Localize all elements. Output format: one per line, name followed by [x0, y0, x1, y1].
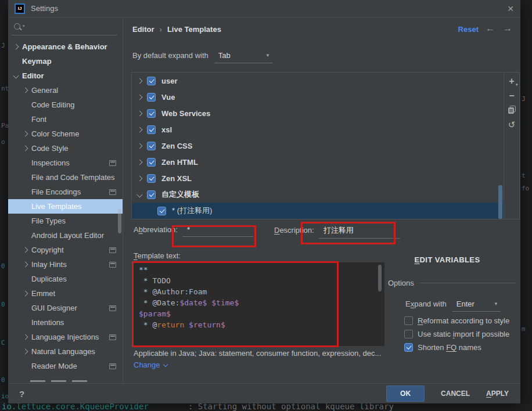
help-icon[interactable]: ? [19, 389, 24, 399]
change-link[interactable]: Change [134, 360, 171, 369]
sidebar-item-live-templates[interactable]: Live Templates [8, 199, 123, 214]
chevron-spacer [23, 204, 27, 208]
sidebar-item-android-layout-editor[interactable]: Android Layout Editor [8, 228, 123, 243]
editor-scrollbar[interactable] [378, 265, 382, 291]
checkbox-unchecked-icon[interactable] [404, 316, 413, 325]
default-expand-select[interactable]: Tab▼ [214, 51, 272, 63]
sidebar-item-inlay-hints[interactable]: Inlay Hints [8, 257, 123, 272]
option-label: Reformat according to style [418, 316, 509, 325]
sidebar-item-duplicates[interactable]: Duplicates [8, 272, 123, 286]
background-text-fragment: nt [1, 85, 8, 92]
checkbox-checked-icon[interactable] [147, 174, 156, 183]
chevron-right-icon[interactable] [23, 131, 28, 137]
checkbox-unchecked-icon[interactable] [404, 330, 413, 338]
template-group-label: Web Services [161, 109, 210, 118]
checkbox-checked-icon[interactable] [147, 93, 156, 102]
expand-with-select[interactable]: Enter▼ [452, 300, 501, 312]
sidebar-item-gui-designer[interactable]: GUI Designer [8, 301, 123, 315]
chevron-spacer [23, 161, 27, 165]
sidebar-item-appearance-behavior[interactable]: Appearance & Behavior [8, 39, 123, 54]
chevron-right-icon[interactable] [137, 127, 143, 132]
sidebar-item-reader-mode[interactable]: Reader Mode [8, 359, 123, 373]
edit-variables-button[interactable]: EDIT VARIABLES [383, 255, 511, 264]
template-text-label: Template text: [134, 251, 181, 260]
sidebar-item-label: Editor [22, 71, 44, 80]
checkbox-checked-icon[interactable] [157, 207, 166, 215]
sidebar-scrollbar[interactable] [118, 209, 121, 233]
sidebar-item-intentions[interactable]: Intentions [8, 315, 123, 330]
checkbox-checked-icon[interactable] [147, 142, 156, 150]
chevron-right-icon[interactable] [137, 94, 143, 100]
option-use-static-import-if-possible[interactable]: Use static import if possible [404, 330, 509, 338]
apply-button[interactable]: APPLY [486, 390, 509, 398]
chevron-right-icon[interactable] [23, 262, 28, 268]
checkbox-checked-icon[interactable] [147, 77, 156, 85]
sidebar-item-code-editing[interactable]: Code Editing [8, 98, 123, 112]
checkbox-checked-icon[interactable] [404, 343, 413, 352]
chevron-spacer [23, 306, 27, 310]
option-reformat-according-to-style[interactable]: Reformat according to style [404, 316, 509, 325]
sidebar-item-natural-languages[interactable]: Natural Languages [8, 344, 123, 359]
title-bar[interactable]: IJ Settings ✕ [8, 0, 520, 17]
screen-icon [109, 334, 116, 340]
sidebar-item-label: Android Layout Editor [31, 231, 104, 240]
option-checkboxes: Reformat according to styleUse static im… [404, 316, 509, 352]
sidebar-item-general[interactable]: General [8, 83, 123, 98]
chevron-down-icon[interactable] [137, 192, 143, 197]
chevron-right-icon[interactable] [23, 291, 28, 297]
editor-line: * @Date:$date$ $time$ [139, 297, 379, 308]
sidebar-item-label: File and Code Templates [31, 173, 115, 182]
chevron-right-icon[interactable] [23, 146, 28, 152]
chevron-right-icon[interactable] [137, 110, 143, 116]
sidebar-item-font[interactable]: Font [8, 112, 123, 127]
dialog-footer: ? OK CANCEL APPLY [8, 383, 520, 403]
sidebar-item-copyright[interactable]: Copyright [8, 243, 123, 257]
sidebar-item-editor[interactable]: Editor [8, 68, 123, 83]
chevron-right-icon[interactable] [137, 175, 143, 181]
chevron-down-icon[interactable] [13, 73, 19, 79]
chevron-right-icon[interactable] [23, 334, 28, 340]
checkbox-checked-icon[interactable] [147, 190, 156, 199]
option-label: Shorten FQ names [418, 343, 481, 352]
expand-with-value: Enter [456, 300, 475, 308]
sidebar-item-color-scheme[interactable]: Color Scheme [8, 127, 123, 141]
template-group-label: 自定义模板 [161, 189, 199, 200]
expand-with-label: Expand with [405, 300, 447, 308]
sidebar-item-keymap[interactable]: Keymap [8, 54, 123, 68]
sidebar-item-inspections[interactable]: Inspections [8, 156, 123, 170]
chevron-right-icon[interactable] [23, 349, 28, 355]
breadcrumb-editor[interactable]: Editor [132, 25, 154, 34]
checkbox-checked-icon[interactable] [147, 158, 156, 167]
chevron-right-icon[interactable] [13, 44, 19, 50]
search-input[interactable]: ▾ [8, 17, 123, 35]
sidebar-item-code-style[interactable]: Code Style [8, 141, 123, 156]
template-text-editor[interactable]: ** * TODO * @Author:Foam * @Date:$date$ … [134, 262, 384, 346]
chevron-right-icon[interactable] [23, 88, 28, 93]
chevron-right-icon[interactable] [137, 159, 143, 165]
chevron-right-icon[interactable] [23, 247, 28, 253]
sidebar-item-file-encodings[interactable]: File Encodings [8, 185, 123, 199]
ok-button[interactable]: OK [386, 385, 425, 402]
option-shorten-fq-names[interactable]: Shorten FQ names [404, 343, 509, 352]
template-item-label: * (打注释用) [172, 206, 212, 216]
screen: JntPao00C0io Jtfom io.lettuce.core.Kqueu… [0, 0, 532, 411]
sidebar-item-file-types[interactable]: File Types [8, 214, 123, 228]
background-text-fragment: Pa [1, 122, 8, 129]
sidebar-item-label: Live Templates [31, 202, 81, 211]
option-label: Use static import if possible [418, 330, 509, 338]
checkbox-checked-icon[interactable] [147, 109, 156, 118]
cancel-button[interactable]: CANCEL [441, 390, 470, 398]
abbreviation-field[interactable]: * [182, 225, 253, 237]
background-text-fragment: J [1, 42, 5, 49]
sidebar-item-emmet[interactable]: Emmet [8, 286, 123, 301]
checkbox-checked-icon[interactable] [147, 125, 156, 134]
sidebar-item-language-injections[interactable]: Language Injections [8, 330, 123, 344]
chevron-right-icon[interactable] [137, 143, 143, 149]
chevron-right-icon[interactable] [137, 78, 143, 84]
sidebar-item-file-and-code-templates[interactable]: File and Code Templates [8, 170, 123, 185]
screen-icon [109, 189, 116, 195]
default-expand-row: By default expand withTab▼ [132, 51, 272, 63]
close-icon[interactable]: ✕ [507, 4, 514, 13]
chevron-spacer [23, 364, 27, 368]
ide-background-left: JntPao00C0io [0, 0, 8, 411]
